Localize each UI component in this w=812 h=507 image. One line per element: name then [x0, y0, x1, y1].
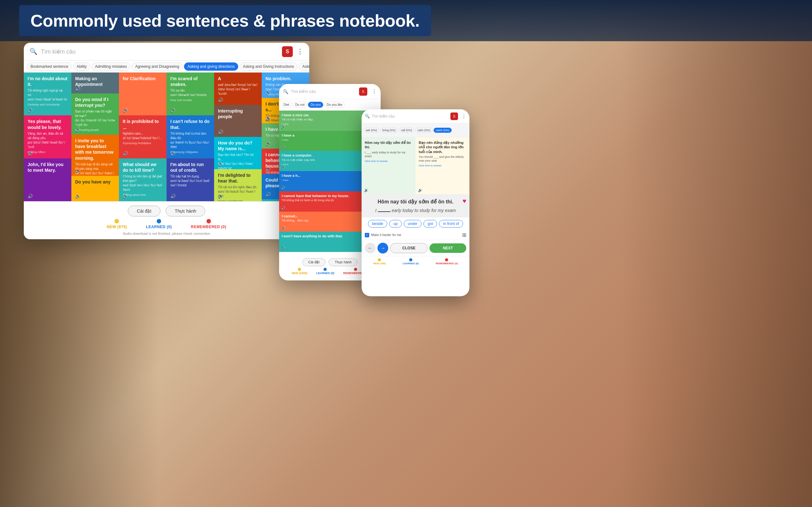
- sound-icon[interactable]: 🔊: [265, 166, 271, 171]
- phone2-word-under[interactable]: under: [404, 220, 422, 228]
- sound-icon[interactable]: 🔊: [123, 108, 128, 113]
- sound-icon[interactable]: 🔊: [265, 116, 271, 121]
- sound-icon[interactable]: 🔊: [75, 193, 81, 199]
- phone2-card-left-sound[interactable]: 🔊: [364, 188, 368, 192]
- setup-button[interactable]: Cài đặt: [128, 206, 161, 216]
- sound-icon[interactable]: 🔊: [123, 151, 128, 156]
- card-yes-please[interactable]: Yes please, that would be lovely. Vâng, …: [24, 115, 71, 158]
- sound-icon[interactable]: 🔊: [281, 206, 286, 210]
- phone2-tab-call[interactable]: call (0%): [399, 128, 414, 133]
- phone2-card-left[interactable]: Hôm nay tôi dậy sớm để ôn thi. I ___ ear…: [362, 137, 415, 194]
- phone1-setup-button[interactable]: Cài đặt: [302, 258, 326, 266]
- sound-icon[interactable]: 🔊: [123, 193, 128, 199]
- card-appointment[interactable]: Making an Appointment 🔊: [71, 72, 119, 94]
- sound-icon[interactable]: 🔊: [281, 165, 286, 170]
- phone1-practice-button[interactable]: Thực hành: [328, 258, 357, 266]
- sound-icon[interactable]: 🔊: [218, 129, 223, 134]
- search-input[interactable]: Tìm kiếm câu: [41, 48, 279, 55]
- tab-directions[interactable]: Asking and giving directions: [184, 62, 238, 71]
- phone2-tab-calm[interactable]: calm (0%): [415, 128, 433, 133]
- tab-agreeing[interactable]: Agreeing and Disagreeing: [132, 62, 183, 71]
- sound-icon[interactable]: 🔊: [170, 193, 176, 199]
- card-interrupt[interactable]: Do you mind if I interrupt you? Bạn có p…: [71, 94, 119, 135]
- card-how-do-you[interactable]: How do you do? My name is... Bạn làm thế…: [214, 137, 262, 169]
- phone2-search-input[interactable]: Tìm kiếm câu: [372, 114, 449, 118]
- sound-icon[interactable]: 🔊: [28, 108, 33, 113]
- phone2-card-right-link[interactable]: Click here to answer: [419, 164, 466, 167]
- card-delighted[interactable]: I'm delighted to hear that. Tôi rất vui …: [214, 169, 262, 202]
- phone1-stats: NEW (2305) LEARNED (0) REMEMBERED (0): [292, 268, 368, 275]
- sound-icon[interactable]: 🔊: [75, 127, 81, 132]
- sound-icon[interactable]: 🔊: [170, 108, 176, 113]
- phone2-arrow-right-button[interactable]: →: [377, 243, 388, 253]
- sound-icon[interactable]: 🔊: [75, 168, 81, 173]
- phone2-card-left-title: Hôm nay tôi dậy sớm để ôn thi.: [365, 140, 412, 150]
- card-do-you-have[interactable]: Do you have any 🔊: [71, 176, 119, 201]
- card-clarification[interactable]: for Clarification 🔊: [119, 72, 166, 115]
- phone2-tab-bring[interactable]: bring (0%): [380, 128, 398, 133]
- phone1-tab-diet[interactable]: Diet: [281, 102, 292, 108]
- card-title: A: [218, 76, 258, 81]
- sound-icon[interactable]: 🔊: [281, 125, 286, 129]
- phone1-dots-icon[interactable]: ⋮: [372, 89, 377, 95]
- card-run-out[interactable]: I'm about to run out of credit. Tôi sắp …: [166, 158, 214, 201]
- sound-icon[interactable]: 🔊: [265, 90, 271, 95]
- menu-dots-icon[interactable]: ⋮: [297, 48, 304, 56]
- card-prohibited[interactable]: It is prohibited to ... Nghiêm cấm... ɪt…: [119, 115, 166, 158]
- tab-instructions[interactable]: Asking and Giving Instructions: [240, 62, 298, 71]
- card-phonetic: aɪm/ /əˈbaʊt/ /tuː/ /rʌn/ /aʊt/ /ɒv/ /ˈk…: [170, 179, 210, 187]
- phone2-card-left-link[interactable]: Click here to answer: [365, 160, 412, 163]
- phone1-tab-doyoulike[interactable]: Do you like: [324, 102, 345, 108]
- sound-icon[interactable]: 🔊: [218, 193, 223, 199]
- sound-icon[interactable]: 🔊: [218, 162, 223, 167]
- phone2-grid-icon[interactable]: ⊞: [462, 232, 466, 238]
- card-kill-time[interactable]: What should we do to kill time? Chúng ta…: [119, 158, 166, 201]
- card-interrupting[interactable]: Interrupting people 🔊: [214, 105, 262, 137]
- phone2-card-right[interactable]: Bạn nên đứng dậy nhường chỗ cho người đà…: [415, 137, 469, 194]
- phone2-tab-ask[interactable]: ask (0%): [363, 128, 379, 133]
- phone2-word-got[interactable]: got: [423, 220, 437, 228]
- card-john[interactable]: John, I'd like you to meet Mary. 🔊: [24, 158, 71, 201]
- card-invite[interactable]: I invite you to have breakfast with me t…: [71, 135, 119, 176]
- phone2-harder-checkbox[interactable]: ✓: [365, 233, 369, 237]
- tab-bookmarked[interactable]: Bookmarked sentence: [27, 62, 72, 71]
- tab-ability[interactable]: Ability: [73, 62, 90, 71]
- sound-icon[interactable]: 🔊: [218, 97, 223, 102]
- phone2-word-in-front-of[interactable]: in front of: [439, 220, 463, 228]
- tab-admitting[interactable]: Admitting mistakes: [91, 62, 131, 71]
- sound-icon[interactable]: 🔊: [170, 151, 176, 156]
- card-scared[interactable]: I'm scared of snakes. Tôi sợ rắn. aɪm/ /…: [166, 72, 214, 115]
- card-title: I'm about to run out of credit.: [170, 162, 210, 173]
- stat-remembered: REMEMBERED (0): [191, 219, 226, 229]
- tab-permission[interactable]: Asking and Giving Permission: [299, 62, 309, 71]
- sound-icon[interactable]: 🔊: [28, 151, 33, 156]
- phone2-heart-icon[interactable]: ♥: [462, 198, 466, 205]
- phone2-word-beside[interactable]: beside: [368, 220, 387, 228]
- sound-icon[interactable]: 🔊: [281, 186, 286, 190]
- card-phonetic: duː /juː /maɪnd/ /ɪf/ /aɪ/ /ɪntəˈrʌpt/ /…: [75, 118, 115, 127]
- phone2-dots-icon[interactable]: ⋮: [461, 113, 466, 119]
- sound-icon[interactable]: 🔊: [281, 226, 286, 230]
- phone2-word-up[interactable]: up: [389, 220, 402, 228]
- phone2-close-button[interactable]: CLOSE: [390, 243, 427, 253]
- phone1-tab-doyou[interactable]: Do you: [308, 102, 323, 108]
- sound-icon[interactable]: 🔊: [281, 145, 286, 149]
- card-no-doubt[interactable]: I'm no doubt about it. Tôi không nghi ng…: [24, 72, 71, 115]
- phone1-stat-learned-label: LEARNED (0): [316, 272, 334, 275]
- phone2-card-right-sound[interactable]: 🔊: [418, 188, 422, 192]
- practice-button[interactable]: Thực hành: [165, 206, 205, 216]
- card-refuse[interactable]: I can't refuse to do that. Tôi không thể…: [166, 115, 214, 158]
- phone1-search-input[interactable]: Tìm kiếm câu: [291, 89, 357, 94]
- phone2-tab-catch[interactable]: catch (0%): [434, 128, 452, 133]
- sound-icon[interactable]: 🔊: [265, 141, 271, 146]
- phone2-next-button[interactable]: NEXT: [429, 243, 466, 253]
- sound-icon[interactable]: 🔊: [75, 86, 81, 91]
- bottom-stats: NEW (975) LEARNED (0) REMEMBERED (0): [107, 219, 226, 229]
- phone2-arrow-left-button[interactable]: ←: [365, 243, 375, 253]
- phone2-english-sentence: I early today to study for my exam: [375, 208, 456, 213]
- sound-icon[interactable]: 🔊: [281, 246, 286, 250]
- phone1-tab-donot[interactable]: Do not: [293, 102, 307, 108]
- sound-icon[interactable]: 🔊: [265, 192, 271, 197]
- sound-icon[interactable]: 🔊: [28, 193, 33, 199]
- card-a-label[interactable]: A aɪd/ /prɑːðər/ /lɪvɪŋ/ /ɪn/ /aɪ/ /steɪ…: [214, 72, 262, 105]
